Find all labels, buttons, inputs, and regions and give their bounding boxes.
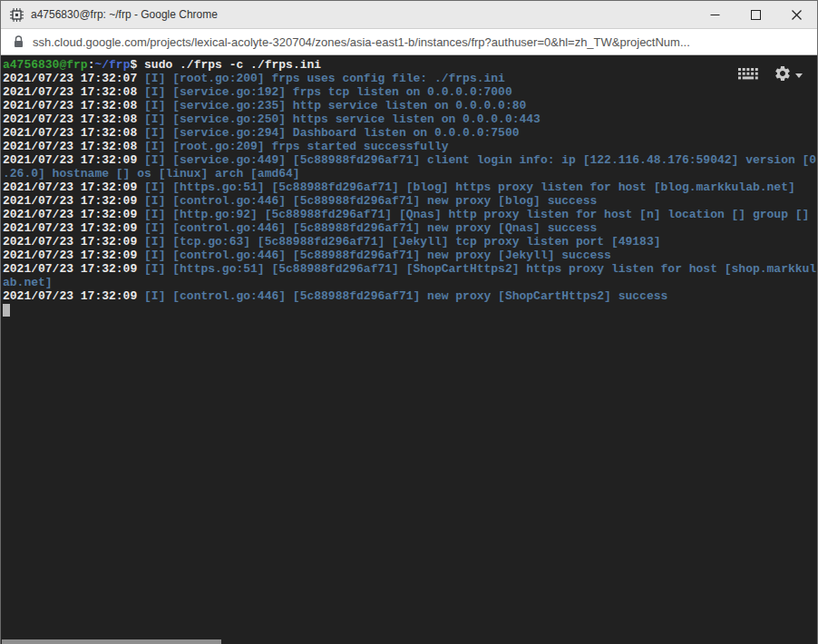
terminal-line: 2021/07/23 17:32:09 [I] [control.go:446]… — [3, 249, 817, 262]
terminal-line: 2021/07/23 17:32:08 [I] [root.go:209] fr… — [3, 140, 817, 153]
settings-button[interactable] — [774, 64, 803, 86]
terminal-line: 2021/07/23 17:32:09 [I] [tcp.go:63] [5c8… — [3, 235, 817, 249]
minimize-button[interactable] — [695, 1, 735, 28]
chevron-down-icon — [795, 73, 803, 78]
terminal-line: 2021/07/23 17:32:08 [I] [service.go:192]… — [3, 85, 817, 99]
close-icon — [792, 10, 802, 20]
terminal-line: .26.0] hostname [] os [linux] arch [amd6… — [3, 167, 817, 181]
terminal-cursor — [3, 304, 10, 317]
terminal-line: 2021/07/23 17:32:09 [I] [service.go:449]… — [3, 153, 817, 167]
terminal-line: 2021/07/23 17:32:07 [I] [root.go:200] fr… — [3, 72, 817, 85]
url-text[interactable]: ssh.cloud.google.com/projects/lexical-ac… — [33, 35, 690, 49]
terminal-line: a4756830@frp:~/frp$ sudo ./frps -c ./frp… — [3, 58, 817, 72]
maximize-icon — [751, 10, 761, 20]
maximize-button[interactable] — [735, 1, 776, 28]
terminal-line: 2021/07/23 17:32:09 [I] [http.go:92] [5c… — [3, 208, 817, 221]
gear-icon — [774, 64, 792, 86]
terminal-line: 2021/07/23 17:32:09 [I] [control.go:446]… — [3, 289, 817, 303]
terminal-line: 2021/07/23 17:32:09 [I] [https.go:51] [5… — [3, 181, 817, 194]
close-button[interactable] — [776, 1, 817, 28]
browser-window: a4756830@frp: ~/frp - Google Chrome — [0, 0, 818, 644]
terminal-line: 2021/07/23 17:32:09 [I] [https.go:51] [5… — [3, 262, 817, 276]
terminal-line: 2021/07/23 17:32:09 [I] [control.go:446]… — [3, 221, 817, 235]
address-bar[interactable]: ssh.cloud.google.com/projects/lexical-ac… — [1, 29, 817, 55]
keyboard-icon — [737, 67, 759, 84]
ssh-terminal[interactable]: a4756830@frp:~/frp$ sudo ./frps -c ./frp… — [1, 55, 817, 644]
horizontal-scrollbar-thumb[interactable] — [2, 639, 221, 644]
title-bar: a4756830@frp: ~/frp - Google Chrome — [1, 1, 817, 29]
terminal-line: 2021/07/23 17:32:08 [I] [service.go:250]… — [3, 112, 817, 126]
terminal-line: ab.net] — [3, 276, 817, 289]
terminal-line: 2021/07/23 17:32:08 [I] [service.go:294]… — [3, 126, 817, 140]
lock-icon[interactable] — [14, 35, 24, 48]
terminal-line: 2021/07/23 17:32:08 [I] [service.go:235]… — [3, 99, 817, 112]
terminal-line: 2021/07/23 17:32:09 [I] [control.go:446]… — [3, 194, 817, 208]
minimize-icon — [710, 10, 720, 20]
terminal-output: a4756830@frp:~/frp$ sudo ./frps -c ./frp… — [3, 58, 817, 303]
terminal-toolbar — [737, 64, 803, 86]
keyboard-button[interactable] — [737, 67, 759, 84]
window-title: a4756830@frp: ~/frp - Google Chrome — [31, 8, 695, 21]
chip-icon — [10, 8, 24, 22]
